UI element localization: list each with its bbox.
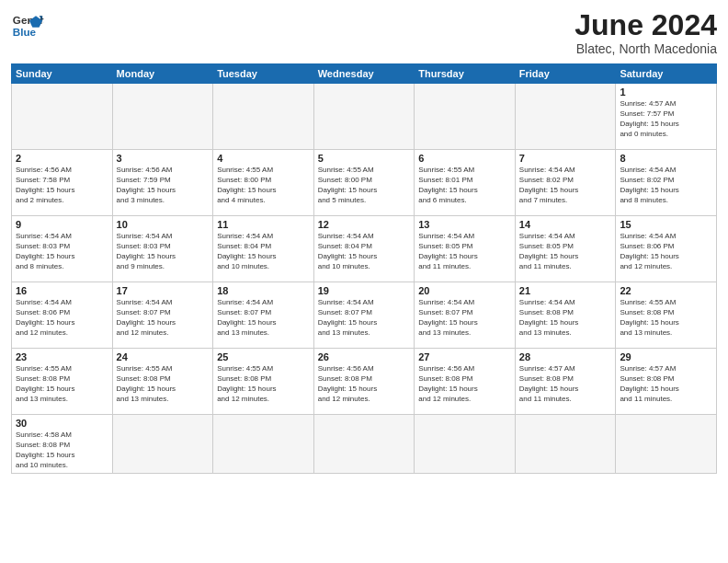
- calendar-day-cell: 10Sunrise: 4:54 AM Sunset: 8:03 PM Dayli…: [112, 216, 213, 282]
- day-number: 24: [117, 351, 210, 362]
- calendar-week-row: 16Sunrise: 4:54 AM Sunset: 8:06 PM Dayli…: [12, 282, 717, 349]
- day-number: 10: [117, 219, 210, 230]
- day-info: Sunrise: 4:54 AM Sunset: 8:05 PM Dayligh…: [519, 232, 612, 271]
- calendar-day-cell: 13Sunrise: 4:54 AM Sunset: 8:05 PM Dayli…: [415, 216, 516, 282]
- calendar-day-cell: 12Sunrise: 4:54 AM Sunset: 8:04 PM Dayli…: [313, 216, 415, 282]
- day-number: 28: [519, 351, 612, 362]
- header-friday: Friday: [515, 64, 616, 84]
- calendar-day-cell: 5Sunrise: 4:55 AM Sunset: 8:00 PM Daylig…: [313, 150, 415, 216]
- day-info: Sunrise: 4:57 AM Sunset: 7:57 PM Dayligh…: [620, 99, 712, 139]
- day-number: 25: [217, 351, 310, 362]
- day-info: Sunrise: 4:57 AM Sunset: 8:08 PM Dayligh…: [620, 364, 712, 404]
- day-number: 13: [418, 219, 511, 230]
- header-wednesday: Wednesday: [313, 64, 415, 84]
- day-info: Sunrise: 4:54 AM Sunset: 8:06 PM Dayligh…: [16, 298, 108, 338]
- calendar-day-cell: 14Sunrise: 4:54 AM Sunset: 8:05 PM Dayli…: [515, 216, 616, 282]
- calendar-day-cell: 30Sunrise: 4:58 AM Sunset: 8:08 PM Dayli…: [12, 415, 113, 474]
- calendar-day-cell: 28Sunrise: 4:57 AM Sunset: 8:08 PM Dayli…: [515, 349, 616, 415]
- calendar-week-row: 23Sunrise: 4:55 AM Sunset: 8:08 PM Dayli…: [12, 349, 717, 415]
- calendar-table: Sunday Monday Tuesday Wednesday Thursday…: [11, 63, 717, 474]
- day-number: 22: [620, 285, 712, 296]
- calendar-day-cell: [112, 415, 213, 474]
- month-title: June 2024: [574, 9, 717, 41]
- header-saturday: Saturday: [616, 64, 717, 84]
- calendar-day-cell: [213, 415, 314, 474]
- day-info: Sunrise: 4:54 AM Sunset: 8:04 PM Dayligh…: [217, 232, 310, 271]
- day-number: 1: [620, 86, 712, 98]
- calendar-day-cell: 3Sunrise: 4:56 AM Sunset: 7:59 PM Daylig…: [112, 150, 213, 216]
- day-info: Sunrise: 4:54 AM Sunset: 8:02 PM Dayligh…: [519, 166, 612, 205]
- day-number: 23: [16, 351, 108, 362]
- calendar-day-cell: 26Sunrise: 4:56 AM Sunset: 8:08 PM Dayli…: [313, 349, 415, 415]
- calendar-day-cell: 16Sunrise: 4:54 AM Sunset: 8:06 PM Dayli…: [12, 282, 113, 349]
- calendar-day-cell: 15Sunrise: 4:54 AM Sunset: 8:06 PM Dayli…: [616, 216, 717, 282]
- calendar-day-cell: [415, 84, 516, 150]
- calendar-day-cell: [12, 84, 113, 150]
- day-info: Sunrise: 4:54 AM Sunset: 8:07 PM Dayligh…: [117, 298, 210, 338]
- day-info: Sunrise: 4:54 AM Sunset: 8:04 PM Dayligh…: [318, 232, 411, 271]
- day-info: Sunrise: 4:55 AM Sunset: 8:08 PM Dayligh…: [217, 364, 310, 404]
- day-info: Sunrise: 4:55 AM Sunset: 8:08 PM Dayligh…: [620, 298, 712, 338]
- day-number: 12: [318, 219, 411, 230]
- calendar-day-cell: 24Sunrise: 4:55 AM Sunset: 8:08 PM Dayli…: [112, 349, 213, 415]
- day-info: Sunrise: 4:56 AM Sunset: 7:59 PM Dayligh…: [117, 166, 210, 205]
- day-info: Sunrise: 4:54 AM Sunset: 8:03 PM Dayligh…: [16, 232, 108, 271]
- calendar-week-row: 9Sunrise: 4:54 AM Sunset: 8:03 PM Daylig…: [12, 216, 717, 282]
- page-container: General Blue June 2024 Blatec, North Mac…: [0, 0, 728, 481]
- day-info: Sunrise: 4:54 AM Sunset: 8:07 PM Dayligh…: [217, 298, 310, 338]
- day-number: 17: [117, 285, 210, 296]
- day-info: Sunrise: 4:54 AM Sunset: 8:02 PM Dayligh…: [620, 166, 712, 205]
- day-info: Sunrise: 4:54 AM Sunset: 8:08 PM Dayligh…: [519, 298, 612, 338]
- day-number: 19: [318, 285, 411, 296]
- calendar-day-cell: 23Sunrise: 4:55 AM Sunset: 8:08 PM Dayli…: [12, 349, 113, 415]
- day-number: 9: [16, 219, 108, 230]
- day-number: 7: [519, 153, 612, 164]
- day-info: Sunrise: 4:54 AM Sunset: 8:06 PM Dayligh…: [620, 232, 712, 271]
- calendar-day-cell: 18Sunrise: 4:54 AM Sunset: 8:07 PM Dayli…: [213, 282, 314, 349]
- logo: General Blue: [11, 9, 44, 42]
- header-monday: Monday: [112, 64, 213, 84]
- day-info: Sunrise: 4:55 AM Sunset: 8:00 PM Dayligh…: [217, 166, 310, 205]
- calendar-day-cell: 7Sunrise: 4:54 AM Sunset: 8:02 PM Daylig…: [515, 150, 616, 216]
- day-info: Sunrise: 4:57 AM Sunset: 8:08 PM Dayligh…: [519, 364, 612, 404]
- calendar-day-cell: 6Sunrise: 4:55 AM Sunset: 8:01 PM Daylig…: [415, 150, 516, 216]
- day-number: 8: [620, 153, 712, 164]
- day-number: 27: [418, 351, 511, 362]
- calendar-day-cell: 22Sunrise: 4:55 AM Sunset: 8:08 PM Dayli…: [616, 282, 717, 349]
- day-info: Sunrise: 4:55 AM Sunset: 8:01 PM Dayligh…: [418, 166, 511, 205]
- day-number: 18: [217, 285, 310, 296]
- calendar-day-cell: 27Sunrise: 4:56 AM Sunset: 8:08 PM Dayli…: [415, 349, 516, 415]
- day-number: 29: [620, 351, 712, 362]
- calendar-day-cell: 11Sunrise: 4:54 AM Sunset: 8:04 PM Dayli…: [213, 216, 314, 282]
- day-number: 14: [519, 219, 612, 230]
- calendar-day-cell: [415, 415, 516, 474]
- day-number: 15: [620, 219, 712, 230]
- title-block: June 2024 Blatec, North Macedonia: [574, 9, 717, 56]
- location-subtitle: Blatec, North Macedonia: [574, 41, 717, 56]
- day-number: 16: [16, 285, 108, 296]
- day-info: Sunrise: 4:56 AM Sunset: 8:08 PM Dayligh…: [318, 364, 411, 404]
- day-number: 2: [16, 153, 108, 164]
- day-info: Sunrise: 4:54 AM Sunset: 8:07 PM Dayligh…: [418, 298, 511, 338]
- calendar-day-cell: 2Sunrise: 4:56 AM Sunset: 7:58 PM Daylig…: [12, 150, 113, 216]
- calendar-week-row: 1Sunrise: 4:57 AM Sunset: 7:57 PM Daylig…: [12, 84, 717, 150]
- day-info: Sunrise: 4:55 AM Sunset: 8:08 PM Dayligh…: [117, 364, 210, 404]
- day-info: Sunrise: 4:55 AM Sunset: 8:08 PM Dayligh…: [16, 364, 108, 404]
- header: General Blue June 2024 Blatec, North Mac…: [11, 9, 717, 56]
- calendar-day-cell: [313, 415, 415, 474]
- calendar-day-cell: 17Sunrise: 4:54 AM Sunset: 8:07 PM Dayli…: [112, 282, 213, 349]
- calendar-day-cell: [616, 415, 717, 474]
- calendar-day-cell: [313, 84, 415, 150]
- weekday-header-row: Sunday Monday Tuesday Wednesday Thursday…: [12, 64, 717, 84]
- calendar-day-cell: 1Sunrise: 4:57 AM Sunset: 7:57 PM Daylig…: [616, 84, 717, 150]
- calendar-day-cell: 29Sunrise: 4:57 AM Sunset: 8:08 PM Dayli…: [616, 349, 717, 415]
- calendar-day-cell: 25Sunrise: 4:55 AM Sunset: 8:08 PM Dayli…: [213, 349, 314, 415]
- calendar-day-cell: [112, 84, 213, 150]
- header-sunday: Sunday: [12, 64, 113, 84]
- header-tuesday: Tuesday: [213, 64, 314, 84]
- calendar-day-cell: [515, 84, 616, 150]
- day-info: Sunrise: 4:58 AM Sunset: 8:08 PM Dayligh…: [16, 431, 108, 470]
- logo-icon: General Blue: [11, 9, 44, 42]
- calendar-day-cell: [213, 84, 314, 150]
- day-number: 11: [217, 219, 310, 230]
